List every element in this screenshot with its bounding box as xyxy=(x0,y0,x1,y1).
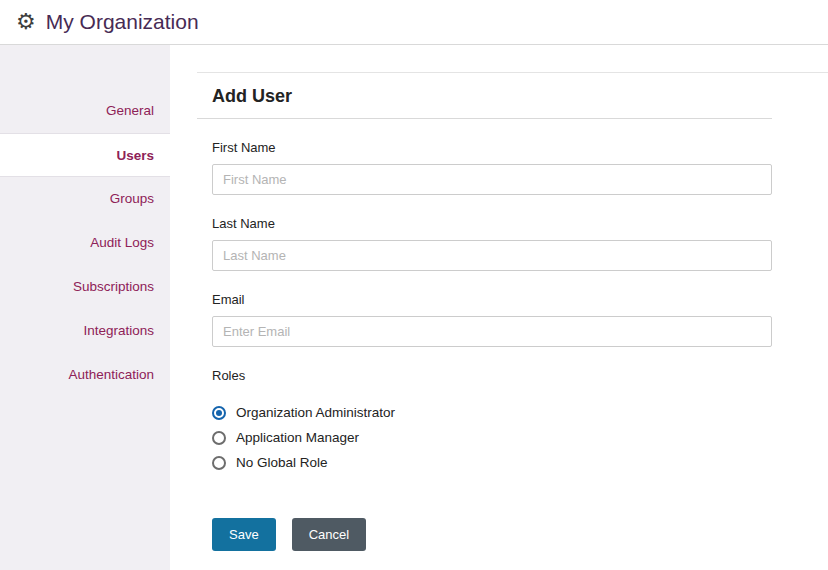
page-title: My Organization xyxy=(46,10,199,34)
roles-label: Roles xyxy=(212,368,772,383)
form-actions: Save Cancel xyxy=(212,518,772,551)
roles-radio-group: Organization Administrator Application M… xyxy=(212,400,772,475)
radio-label: Organization Administrator xyxy=(236,405,395,420)
save-button[interactable]: Save xyxy=(212,518,276,551)
sidebar-item-subscriptions[interactable]: Subscriptions xyxy=(0,265,170,309)
radio-label: No Global Role xyxy=(236,455,328,470)
sidebar-item-groups[interactable]: Groups xyxy=(0,177,170,221)
sidebar-item-integrations[interactable]: Integrations xyxy=(0,309,170,353)
role-option-organization-administrator[interactable]: Organization Administrator xyxy=(212,400,772,425)
sidebar: General Users Groups Audit Logs Subscrip… xyxy=(0,45,170,570)
radio-unselected-icon[interactable] xyxy=(212,431,226,445)
sidebar-item-users[interactable]: Users xyxy=(0,133,170,177)
email-input[interactable] xyxy=(212,316,772,347)
last-name-input[interactable] xyxy=(212,240,772,271)
last-name-label: Last Name xyxy=(212,216,772,231)
email-field-group: Email xyxy=(212,292,772,347)
first-name-label: First Name xyxy=(212,140,772,155)
sidebar-item-general[interactable]: General xyxy=(0,89,170,133)
radio-selected-icon[interactable] xyxy=(212,406,226,420)
role-option-no-global-role[interactable]: No Global Role xyxy=(212,450,772,475)
section-title: Add User xyxy=(197,86,772,119)
first-name-field-group: First Name xyxy=(212,140,772,195)
app-header: ⚙ My Organization xyxy=(0,0,828,45)
main-shell: General Users Groups Audit Logs Subscrip… xyxy=(0,45,828,570)
first-name-input[interactable] xyxy=(212,164,772,195)
panel-divider xyxy=(197,72,828,73)
radio-label: Application Manager xyxy=(236,430,359,445)
email-label: Email xyxy=(212,292,772,307)
gear-icon[interactable]: ⚙ xyxy=(16,11,36,33)
cancel-button[interactable]: Cancel xyxy=(292,518,366,551)
role-option-application-manager[interactable]: Application Manager xyxy=(212,425,772,450)
last-name-field-group: Last Name xyxy=(212,216,772,271)
sidebar-item-audit-logs[interactable]: Audit Logs xyxy=(0,221,170,265)
sidebar-item-authentication[interactable]: Authentication xyxy=(0,353,170,397)
content-panel: Add User First Name Last Name Email Role… xyxy=(170,45,828,570)
radio-unselected-icon[interactable] xyxy=(212,456,226,470)
